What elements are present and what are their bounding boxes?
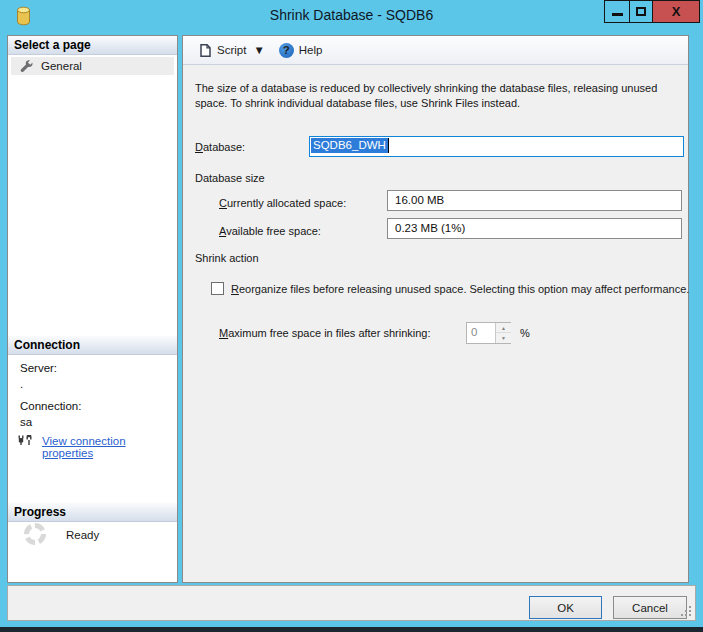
server-value: . xyxy=(20,378,23,390)
maximize-button[interactable] xyxy=(630,0,653,23)
reorganize-label: Reorganize files before releasing unused… xyxy=(231,283,689,295)
free-space-label: Available free space: xyxy=(219,225,321,237)
close-icon: X xyxy=(672,4,681,19)
close-button[interactable]: X xyxy=(653,0,700,23)
view-connection-properties-link[interactable]: View connection properties xyxy=(42,435,177,459)
connection-label: Connection: xyxy=(20,400,81,412)
script-button[interactable]: Script ▼ xyxy=(191,40,272,61)
shrink-database-dialog: Shrink Database - SQDB6 X Select a page … xyxy=(0,0,703,627)
spin-up-button[interactable]: ▲ xyxy=(496,323,511,333)
spin-down-button[interactable]: ▼ xyxy=(496,333,511,343)
help-button-label: Help xyxy=(299,44,323,56)
main-panel: Script ▼ ? Help The size of a database i… xyxy=(182,35,689,583)
window-title: Shrink Database - SQDB6 xyxy=(0,7,703,23)
minimize-button[interactable] xyxy=(604,0,630,23)
progress-spinner-icon xyxy=(24,523,46,545)
maximize-icon xyxy=(636,7,646,16)
sidebar: Select a page General Connection Server:… xyxy=(7,35,178,583)
connection-value: sa xyxy=(20,416,32,428)
cancel-button[interactable]: Cancel xyxy=(613,596,687,619)
sidebar-item-general[interactable]: General xyxy=(11,57,174,75)
sidebar-item-label: General xyxy=(41,57,82,75)
database-combobox[interactable]: SQDB6_DWH xyxy=(309,136,684,157)
help-icon: ? xyxy=(279,43,294,58)
screen-edge xyxy=(0,627,703,632)
script-button-label: Script xyxy=(217,44,246,56)
toolbar: Script ▼ ? Help xyxy=(183,36,688,65)
percent-label: % xyxy=(520,327,530,339)
shrink-action-header: Shrink action xyxy=(195,252,259,264)
server-label: Server: xyxy=(20,362,57,374)
database-size-header: Database size xyxy=(195,172,265,184)
max-free-space-label: Maximum free space in files after shrink… xyxy=(219,327,431,339)
wrench-icon xyxy=(19,59,33,73)
database-selected-value: SQDB6_DWH xyxy=(311,138,389,153)
chevron-down-icon: ▼ xyxy=(253,44,264,56)
max-free-space-spinner[interactable]: 0 ▲ ▼ xyxy=(466,322,511,344)
titlebar[interactable]: Shrink Database - SQDB6 X xyxy=(0,0,703,30)
resize-grip[interactable] xyxy=(681,606,691,616)
reorganize-checkbox[interactable] xyxy=(211,282,224,295)
connection-header: Connection xyxy=(8,336,177,355)
spinner-value: 0 xyxy=(471,326,477,338)
script-icon xyxy=(198,43,212,58)
progress-status: Ready xyxy=(66,529,99,541)
connection-properties-icon xyxy=(18,434,36,448)
free-space-field[interactable]: 0.23 MB (1%) xyxy=(387,218,682,239)
progress-header: Progress xyxy=(8,503,177,522)
allocated-space-label: Currently allocated space: xyxy=(219,197,346,209)
ok-button[interactable]: OK xyxy=(529,596,602,619)
dialog-description: The size of a database is reduced by col… xyxy=(195,81,681,111)
select-a-page-header: Select a page xyxy=(8,36,177,55)
allocated-space-field[interactable]: 16.00 MB xyxy=(387,190,682,211)
footer-bar: OK Cancel xyxy=(7,585,696,621)
help-button[interactable]: ? Help xyxy=(272,40,330,61)
database-label: Database: xyxy=(195,141,245,153)
minimize-icon xyxy=(612,13,623,16)
